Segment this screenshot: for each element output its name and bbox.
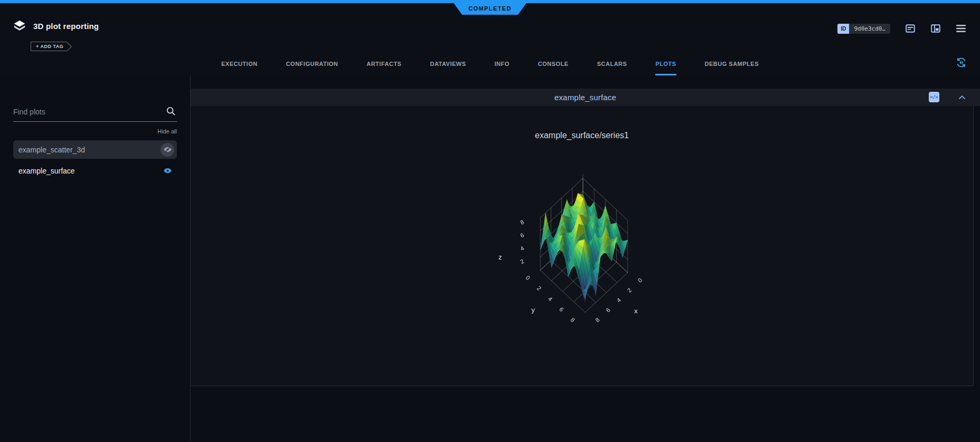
tab-dataviews[interactable]: DATAVIEWS xyxy=(430,61,466,75)
plot-card-body: example_surface/series1 xyxy=(191,106,974,386)
tab-info[interactable]: INFO xyxy=(495,61,510,75)
plot-list-item-example-surface[interactable]: example_surface xyxy=(13,161,177,180)
search-icon[interactable] xyxy=(166,106,176,118)
search-input[interactable] xyxy=(13,105,177,121)
layout-panel-icon[interactable] xyxy=(930,23,941,34)
add-tag-button[interactable]: + ADD TAG xyxy=(31,42,67,51)
content: Hide all example_scatter_3d example_surf… xyxy=(0,75,980,442)
plot-item-label: example_surface xyxy=(18,167,75,175)
top-accent-bar xyxy=(0,0,980,3)
tab-plots[interactable]: PLOTS xyxy=(655,61,676,75)
main-panel: example_surface </> example_surface/seri… xyxy=(191,75,980,442)
plots-sidebar: Hide all example_scatter_3d example_surf… xyxy=(0,75,191,442)
tab-scalars[interactable]: SCALARS xyxy=(597,61,627,75)
experiment-id-chip[interactable]: ID 9d0e3cd0… xyxy=(837,24,890,34)
id-value: 9d0e3cd0… xyxy=(849,24,890,34)
plot-list: example_scatter_3d example_surface xyxy=(13,140,177,180)
experiment-type-icon xyxy=(13,19,26,33)
chart-title: example_surface/series1 xyxy=(191,131,973,140)
tab-configuration[interactable]: CONFIGURATION xyxy=(286,61,338,75)
surface-plot-canvas[interactable] xyxy=(418,146,746,357)
comments-icon[interactable] xyxy=(905,23,916,34)
tab-artifacts[interactable]: ARTIFACTS xyxy=(366,61,401,75)
eye-off-icon[interactable] xyxy=(161,143,174,157)
view-code-icon[interactable]: </> xyxy=(929,92,939,102)
auto-refresh-icon[interactable] xyxy=(955,56,967,71)
status-badge: COMPLETED xyxy=(454,3,526,15)
plot-list-item-example-scatter-3d[interactable]: example_scatter_3d xyxy=(13,140,177,159)
eye-icon[interactable] xyxy=(161,164,174,178)
tab-debug-samples[interactable]: DEBUG SAMPLES xyxy=(705,61,759,75)
id-label: ID xyxy=(837,24,849,34)
plot-item-label: example_scatter_3d xyxy=(18,146,85,154)
plot-card-header[interactable]: example_surface </> xyxy=(191,89,980,106)
tab-execution[interactable]: EXECUTION xyxy=(221,61,258,75)
page-title: 3D plot reporting xyxy=(33,22,99,31)
chevron-up-icon[interactable] xyxy=(957,92,967,105)
plot-card-title: example_surface xyxy=(554,93,616,102)
header-controls: ID 9d0e3cd0… xyxy=(837,23,966,34)
tab-bar: EXECUTION CONFIGURATION ARTIFACTS DATAVI… xyxy=(0,61,980,75)
search-row xyxy=(13,105,177,122)
tab-console[interactable]: CONSOLE xyxy=(538,61,569,75)
menu-icon[interactable] xyxy=(956,24,966,33)
hide-all-button[interactable]: Hide all xyxy=(13,128,177,134)
brand: 3D plot reporting xyxy=(13,19,99,33)
